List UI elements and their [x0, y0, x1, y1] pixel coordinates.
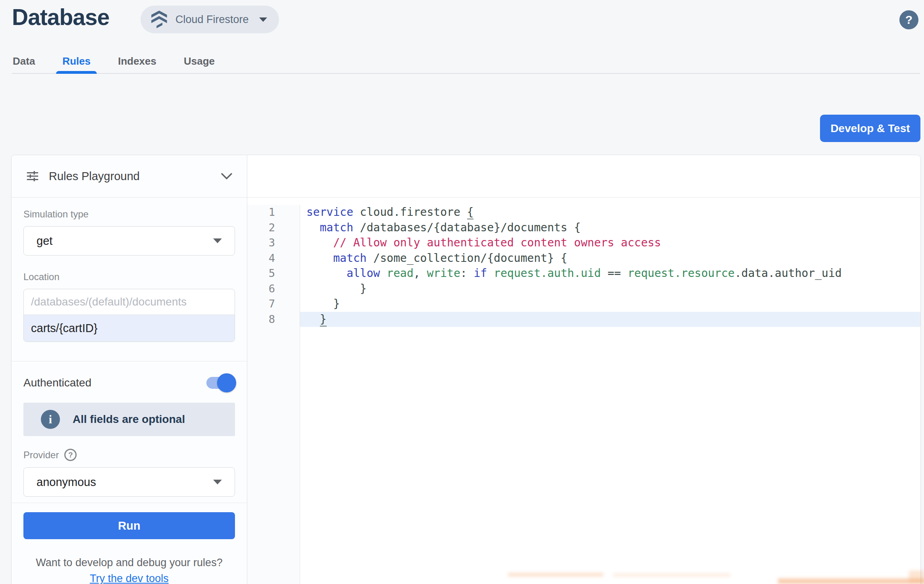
tab-rules[interactable]: Rules: [62, 48, 91, 74]
provider-select[interactable]: anonymous: [23, 467, 235, 497]
code-token: :: [460, 267, 474, 280]
code-token: cloud.firestore: [353, 206, 467, 219]
tab-label: Indexes: [118, 55, 156, 67]
simulation-type-value: get: [37, 234, 52, 248]
tab-data[interactable]: Data: [12, 48, 36, 74]
code-token: [306, 313, 320, 326]
run-section: Run Want to develop and debug your rules…: [12, 503, 247, 584]
provider-help-icon[interactable]: ?: [64, 449, 77, 461]
code-token: ,: [414, 267, 427, 280]
info-icon: i: [41, 410, 60, 429]
code-token: .data.author_uid: [735, 267, 842, 280]
dropdown-caret-icon: [213, 238, 222, 243]
code-token: request.resource: [628, 267, 735, 280]
code-token: [306, 236, 333, 249]
line-number: 2: [247, 220, 275, 236]
line-number: 3: [247, 235, 275, 251]
code-token: [306, 221, 320, 234]
editor-toolbar: [247, 155, 920, 198]
code-line[interactable]: }: [300, 281, 920, 297]
location-input[interactable]: carts/{cartID}: [24, 315, 235, 342]
product-chip-label: Cloud Firestore: [175, 13, 249, 26]
code-token: [306, 267, 346, 280]
location-label: Location: [23, 271, 235, 282]
code-area[interactable]: service cloud.firestore { match /databas…: [300, 205, 920, 584]
code-line[interactable]: allow read, write: if request.auth.uid =…: [300, 266, 920, 281]
code-token: request.auth.uid: [494, 267, 601, 280]
dropdown-caret-icon: [213, 480, 222, 484]
tab-label: Data: [13, 55, 35, 67]
code-token: write: [427, 267, 460, 280]
tab-usage[interactable]: Usage: [183, 48, 216, 74]
simulation-type-label: Simulation type: [23, 209, 235, 220]
tune-icon: [26, 169, 39, 183]
line-number: 8: [247, 312, 275, 327]
code-token: /some_collection/{document} {: [367, 252, 568, 265]
code-line[interactable]: }: [300, 296, 920, 312]
location-placeholder: /databases/(default)/documents: [24, 289, 235, 315]
rules-playground-panel: Rules Playground Simulation type get Loc…: [12, 155, 247, 584]
code-token: }: [306, 282, 367, 295]
location-field: /databases/(default)/documents carts/{ca…: [23, 289, 235, 342]
code-line[interactable]: service cloud.firestore {: [300, 205, 920, 220]
product-selector-chip[interactable]: Cloud Firestore: [141, 6, 279, 33]
line-number: 4: [247, 251, 275, 266]
line-number: 1: [247, 205, 275, 220]
info-banner-text: All fields are optional: [73, 413, 185, 426]
rules-playground-header[interactable]: Rules Playground: [12, 155, 247, 198]
code-token: }: [320, 313, 327, 327]
panel-title: Rules Playground: [49, 170, 140, 183]
code-token: {: [467, 206, 474, 219]
help-icon[interactable]: ?: [899, 10, 918, 29]
code-token: match: [333, 252, 366, 265]
dev-tools-link[interactable]: Try the dev tools: [23, 572, 235, 584]
code-line[interactable]: match /databases/{database}/documents {: [300, 220, 920, 236]
code-token: // Allow only authenticated content owne…: [333, 236, 661, 249]
code-token: match: [320, 221, 353, 234]
run-button[interactable]: Run: [23, 512, 235, 539]
code-token: ==: [601, 267, 628, 280]
rules-editor: 12345678 service cloud.firestore { match…: [247, 155, 920, 584]
code-token: [487, 267, 494, 280]
collapse-chevron-icon[interactable]: [221, 173, 233, 180]
code-token: }: [306, 297, 340, 310]
code-token: allow: [346, 267, 380, 280]
simulation-type-select[interactable]: get: [23, 226, 235, 256]
authenticated-label: Authenticated: [23, 377, 91, 389]
develop-and-test-button[interactable]: Develop & Test: [820, 115, 920, 142]
tab-indexes[interactable]: Indexes: [117, 48, 157, 74]
tab-bar: DataRulesIndexesUsage: [12, 48, 216, 74]
code-token: read: [387, 267, 413, 280]
provider-value: anonymous: [37, 476, 96, 489]
line-number: 5: [247, 266, 275, 281]
code-token: /databases/{database}/documents {: [353, 221, 581, 234]
provider-label: Provider: [23, 450, 59, 461]
line-number-gutter: 12345678: [247, 205, 300, 584]
dev-tools-question: Want to develop and debug your rules?: [23, 557, 235, 569]
code-line[interactable]: // Allow only authenticated content owne…: [300, 235, 920, 251]
code-token: service: [306, 206, 353, 219]
line-number: 7: [247, 296, 275, 312]
rules-card: Rules Playground Simulation type get Loc…: [11, 155, 921, 584]
chevron-down-icon: [259, 17, 267, 22]
toggle-thumb: [217, 373, 236, 392]
firestore-icon: [151, 10, 167, 29]
simulation-section: Simulation type get Location /databases/…: [12, 198, 247, 342]
tab-label: Rules: [62, 55, 90, 67]
page-title: Database: [12, 4, 109, 30]
code-line[interactable]: }: [300, 312, 920, 327]
code-token: [380, 267, 387, 280]
code-token: if: [474, 267, 487, 280]
line-number: 6: [247, 281, 275, 297]
info-banner: i All fields are optional: [23, 403, 235, 436]
editor-body[interactable]: 12345678 service cloud.firestore { match…: [247, 198, 920, 584]
auth-section: Authenticated i All fields are optional …: [12, 361, 247, 503]
code-token: [306, 252, 333, 265]
authenticated-toggle[interactable]: [206, 377, 235, 389]
tab-label: Usage: [184, 55, 215, 67]
code-line[interactable]: match /some_collection/{document} {: [300, 251, 920, 266]
